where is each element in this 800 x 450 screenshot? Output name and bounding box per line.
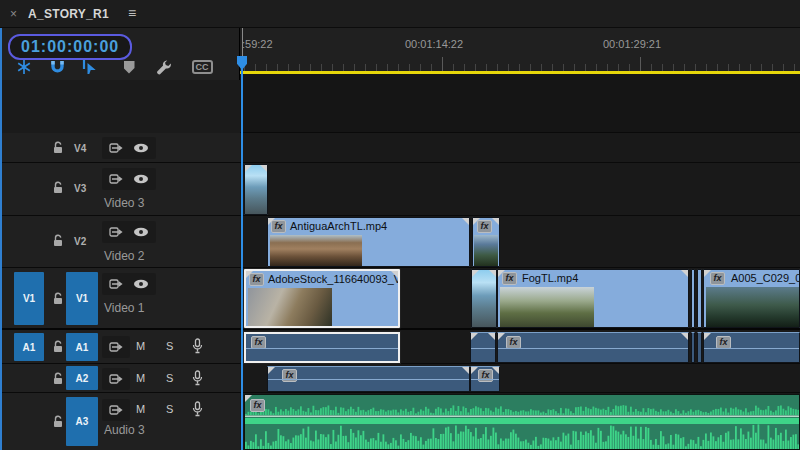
track-content-v4[interactable] [240,133,800,163]
sync-lock-icon[interactable] [109,279,123,290]
mute-button[interactable]: M [136,372,145,384]
track-header-v4: V4 [0,133,240,163]
audio-clip-sliver[interactable] [691,332,695,363]
track-target-a1[interactable]: A1 [66,333,98,361]
sync-lock-icon[interactable] [109,405,123,416]
sync-lock-icon[interactable] [109,174,123,185]
fx-badge: fx [710,272,725,285]
playhead-line[interactable] [241,68,243,450]
fx-badge: fx [250,399,265,412]
timeline-empty-area [240,74,800,133]
sequence-tab[interactable]: A_STORY_R1 [28,7,109,21]
track-name-video3[interactable]: Video 3 [104,196,144,210]
playhead-timecode-field[interactable]: 01:00:00:00 [8,34,132,60]
playhead-upper-line [242,28,243,57]
track-id-v3[interactable]: V3 [74,183,86,194]
track-visibility-eye-icon[interactable] [133,143,149,153]
audio-waveform [245,395,800,450]
time-ruler[interactable]: :59:22 00:01:14:22 00:01:29:21 [240,28,800,71]
track-header-a2: A2 M S [0,364,240,393]
source-patch-v1[interactable]: V1 [14,272,44,325]
track-name-video1[interactable]: Video 1 [104,301,144,315]
voiceover-mic-icon[interactable] [192,370,203,386]
clip-label: FogTL.mp4 [522,272,578,284]
audio-clip-a2[interactable]: fx [267,366,470,392]
clip-fogtl[interactable]: fx FogTL.mp4 [497,269,689,328]
clip-v2-short[interactable]: fx [472,217,500,267]
clip-v3-thumbnail[interactable] [244,164,268,215]
mute-button[interactable]: M [136,403,145,415]
audio-clip-a2-short[interactable]: fx [470,366,500,392]
ruler-label: 00:01:14:22 [405,38,463,50]
nest-insert-overwrite-icon[interactable] [14,58,34,76]
track-target-a3[interactable]: A3 [66,397,98,446]
solo-button[interactable]: S [166,340,173,352]
audio-clip-fogtl[interactable]: fx [497,332,689,363]
audio-clip-adobestock[interactable]: fx [244,332,400,363]
track-id-v2[interactable]: V2 [74,236,86,247]
clip-antigua[interactable]: fx AntiguaArchTL.mp4 [267,217,470,267]
header-spacer [0,80,240,133]
track-header-v1: V1 V1 Video 1 [0,268,240,330]
track-id-v4[interactable]: V4 [74,143,86,154]
source-patch-a1[interactable]: A1 [14,333,44,361]
track-header-v2: V2 Video 2 [0,216,240,268]
audio-clip-short[interactable] [470,332,496,363]
track-visibility-eye-icon[interactable] [133,279,149,289]
lock-icon[interactable] [52,141,64,154]
sync-lock-icon[interactable] [109,143,123,154]
lock-icon[interactable] [52,292,64,305]
track-name-video2[interactable]: Video 2 [104,249,144,263]
clip-v1-sliver[interactable] [697,269,702,328]
sync-lock-icon[interactable] [109,227,123,238]
timeline-toolbar: CC [14,58,234,78]
linked-selection-icon[interactable] [80,58,100,76]
audio-clip-sliver[interactable] [697,332,702,363]
ruler-label: 00:01:29:21 [603,38,661,50]
track-visibility-eye-icon[interactable] [133,174,149,184]
clip-label: A005_C029_09 [731,272,800,284]
clip-adobestock[interactable]: fx AdobeStock_116640093_Vide [244,269,400,328]
closed-captions-icon[interactable]: CC [192,58,212,76]
panel-focus-border [0,28,2,450]
solo-button[interactable]: S [166,372,173,384]
timeline-panel: × A_STORY_R1 ≡ 01:00:00:00 CC :59:22 00:… [0,0,800,450]
ruler-ticks [240,56,800,71]
lock-icon[interactable] [52,340,64,353]
voiceover-mic-icon[interactable] [192,338,203,354]
track-target-v1[interactable]: V1 [66,272,98,325]
lock-icon[interactable] [52,415,64,428]
clip-label: AntiguaArchTL.mp4 [290,220,387,232]
music-clip-audio3[interactable]: fx [244,394,800,450]
track-content-v3[interactable] [240,163,800,216]
voiceover-mic-icon[interactable] [192,401,203,417]
mute-button[interactable]: M [136,340,145,352]
add-marker-icon[interactable] [119,58,139,76]
fx-badge: fx [506,336,521,349]
snap-magnet-icon[interactable] [47,58,67,76]
track-name-audio3[interactable]: Audio 3 [104,423,145,437]
lock-icon[interactable] [52,181,64,194]
lock-icon[interactable] [52,372,64,385]
track-visibility-eye-icon[interactable] [133,227,149,237]
track-header-a3: A3 M S Audio 3 [0,393,240,450]
sync-lock-icon[interactable] [109,374,123,385]
solo-button[interactable]: S [166,403,173,415]
close-icon[interactable]: × [10,7,17,21]
clip-v1-short[interactable] [471,269,497,328]
track-header-v3: V3 Video 3 [0,163,240,216]
ruler-label: :59:22 [242,38,273,50]
lock-icon[interactable] [52,234,64,247]
track-target-a2[interactable]: A2 [66,366,98,390]
clip-label: AdobeStock_116640093_Vide [268,273,400,285]
panel-tab-bar: × A_STORY_R1 ≡ [0,0,800,28]
track-header-a1: A1 A1 M S [0,330,240,364]
timeline-settings-wrench-icon[interactable] [154,58,174,76]
clip-a005[interactable]: fx A005_C029_09 [703,269,800,328]
fx-badge: fx [716,336,731,349]
panel-menu-icon[interactable]: ≡ [128,5,136,21]
audio-clip-a005[interactable]: fx [703,332,800,363]
sync-lock-icon[interactable] [109,342,123,353]
clip-v1-sliver[interactable] [691,269,695,328]
